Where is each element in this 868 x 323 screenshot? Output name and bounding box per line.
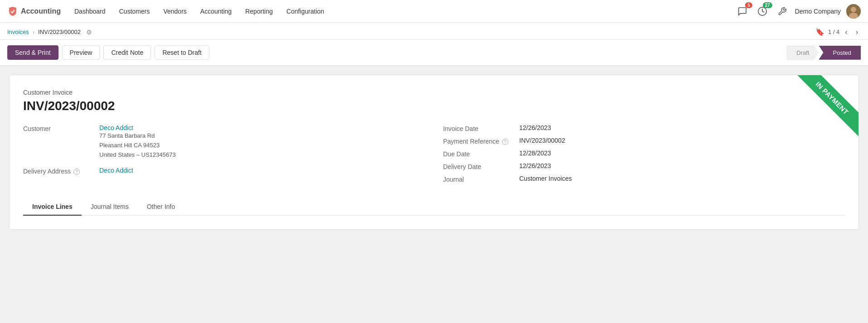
messages-badge: 5 [745, 2, 752, 8]
status-posted[interactable]: Posted [819, 46, 861, 60]
fields-left: Customer Deco Addict 77 Santa Barbara Rd… [23, 124, 425, 188]
invoice-date-value[interactable]: 12/26/2023 [519, 124, 551, 131]
tab-invoice-lines[interactable]: Invoice Lines [23, 198, 82, 216]
reset-to-draft-button[interactable]: Reset to Draft [155, 45, 209, 60]
payment-ref-row: Payment Reference ? INV/2023/00002 [443, 137, 845, 145]
nav-menu: Dashboard Customers Vendors Accounting R… [68, 4, 731, 19]
nav-customers[interactable]: Customers [113, 4, 156, 19]
delivery-address-field-row: Delivery Address ? Deco Addict [23, 167, 425, 175]
due-date-value[interactable]: 12/28/2023 [519, 149, 551, 157]
document-tabs: Invoice Lines Journal Items Other Info [23, 198, 845, 216]
delivery-address-help-icon[interactable]: ? [73, 169, 80, 175]
nav-right-actions: 5 27 Demo Company [735, 4, 861, 19]
next-record-button[interactable]: › [853, 27, 861, 37]
nav-vendors[interactable]: Vendors [157, 4, 193, 19]
preview-button[interactable]: Preview [62, 45, 100, 60]
prev-record-button[interactable]: ‹ [842, 27, 850, 37]
customer-name[interactable]: Deco Addict [99, 124, 176, 131]
breadcrumb-separator: › [33, 29, 34, 35]
payment-ref-value[interactable]: INV/2023/00002 [519, 137, 565, 144]
document-subtitle: Customer Invoice [23, 89, 845, 96]
customer-value: Deco Addict 77 Santa Barbara Rd Pleasant… [99, 124, 176, 159]
avatar-image [846, 4, 861, 19]
address-line3: United States – US12345673 [99, 151, 176, 158]
tab-other-info[interactable]: Other Info [138, 198, 184, 216]
tab-journal-items[interactable]: Journal Items [82, 198, 138, 216]
delivery-date-row: Delivery Date 12/26/2023 [443, 162, 845, 170]
status-draft[interactable]: Draft [787, 46, 819, 60]
customer-label: Customer [23, 124, 96, 132]
clock-badge: 27 [763, 2, 772, 8]
breadcrumb-current: INV/2023/00002 [38, 29, 81, 35]
user-avatar[interactable] [846, 4, 861, 19]
address-line1: 77 Santa Barbara Rd [99, 132, 155, 139]
payment-ref-label: Payment Reference ? [443, 137, 516, 145]
nav-reporting[interactable]: Reporting [239, 4, 279, 19]
due-date-label: Due Date [443, 149, 516, 158]
brand-name: Accounting [21, 7, 61, 15]
svg-point-2 [851, 7, 856, 12]
wrench-icon [778, 7, 787, 16]
fields-right: Invoice Date 12/26/2023 Payment Referenc… [443, 124, 845, 188]
delivery-address-label: Delivery Address ? [23, 167, 96, 175]
send-print-button[interactable]: Send & Print [7, 45, 59, 60]
delivery-address-value[interactable]: Deco Addict [99, 167, 133, 174]
action-bar: Send & Print Preview Credit Note Reset t… [0, 40, 868, 66]
invoice-date-row: Invoice Date 12/26/2023 [443, 124, 845, 132]
nav-configuration[interactable]: Configuration [280, 4, 331, 19]
main-content: IN PAYMENT Customer Invoice INV/2023/000… [0, 66, 868, 323]
nav-dashboard[interactable]: Dashboard [68, 4, 112, 19]
document-fields: Customer Deco Addict 77 Santa Barbara Rd… [23, 124, 845, 188]
record-navigation: 🔖 1 / 4 ‹ › [815, 27, 861, 37]
customer-address: 77 Santa Barbara Rd Pleasant Hill CA 945… [99, 131, 176, 159]
customer-field-row: Customer Deco Addict 77 Santa Barbara Rd… [23, 124, 425, 159]
due-date-row: Due Date 12/28/2023 [443, 149, 845, 158]
journal-value[interactable]: Customer Invoices [519, 175, 572, 182]
document-card: IN PAYMENT Customer Invoice INV/2023/000… [9, 75, 859, 230]
status-bar: Draft Posted [787, 46, 861, 60]
page-counter: 1 / 4 ‹ › [828, 27, 861, 37]
document-title: INV/2023/00002 [23, 99, 845, 113]
clock-button[interactable]: 27 [755, 4, 770, 19]
company-name: Demo Company [795, 8, 841, 15]
journal-row: Journal Customer Invoices [443, 175, 845, 183]
delivery-date-label: Delivery Date [443, 162, 516, 170]
settings-gear-icon[interactable]: ⚙ [86, 29, 92, 36]
credit-note-button[interactable]: Credit Note [103, 45, 151, 60]
nav-accounting[interactable]: Accounting [194, 4, 238, 19]
sub-header: Invoices › INV/2023/00002 ⚙ 🔖 1 / 4 ‹ › [0, 23, 868, 40]
payment-ref-help-icon[interactable]: ? [502, 139, 508, 145]
address-line2: Pleasant Hill CA 94523 [99, 142, 160, 149]
top-navigation: Accounting Dashboard Customers Vendors A… [0, 0, 868, 23]
logo-icon [7, 6, 18, 17]
settings-button[interactable] [775, 4, 790, 19]
breadcrumb-parent[interactable]: Invoices [7, 29, 29, 35]
journal-label: Journal [443, 175, 516, 183]
invoice-date-label: Invoice Date [443, 124, 516, 132]
page-display: 1 / 4 [828, 29, 839, 35]
bookmark-icon[interactable]: 🔖 [815, 28, 824, 36]
messages-button[interactable]: 5 [735, 4, 750, 19]
app-logo[interactable]: Accounting [7, 6, 61, 17]
delivery-date-value[interactable]: 12/26/2023 [519, 162, 551, 169]
chat-icon [737, 6, 747, 16]
